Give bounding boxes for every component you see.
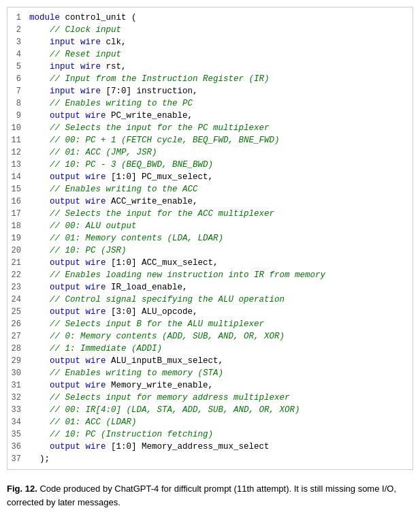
identifier-token [80, 442, 86, 452]
line-content: // Selects the input for the ACC multipl… [27, 208, 413, 220]
keyword-token: wire [86, 172, 106, 182]
identifier-token: control_unit ( [60, 13, 137, 22]
line-number: 34 [7, 416, 27, 428]
line-number: 24 [7, 294, 27, 306]
comment-token: // 0: Memory contents (ADD, SUB, AND, OR… [29, 332, 285, 341]
keyword-token: wire [86, 258, 106, 268]
line-number: 25 [7, 306, 27, 318]
identifier-token [29, 283, 50, 292]
comment-token: // Enables writing to memory (STA) [29, 368, 223, 378]
line-number: 7 [7, 85, 27, 97]
code-line: 10 // Selects the input for the PC multi… [7, 122, 413, 134]
comment-token: // 00: IR[4:0] (LDA, STA, ADD, SUB, AND,… [29, 405, 300, 415]
line-content: // Enables writing to the PC [27, 97, 413, 110]
line-number: 11 [7, 134, 27, 146]
code-line: 25 output wire [3:0] ALU_opcode, [7, 306, 413, 318]
line-content: // 10: PC (JSR) [27, 244, 413, 257]
keyword-token: wire [86, 307, 106, 317]
line-number: 31 [7, 379, 27, 392]
keyword-token: output [50, 197, 80, 206]
keyword-token: wire [86, 283, 106, 292]
keyword-token: output [50, 381, 80, 390]
code-line: 36 output wire [1:0] Memory_address_mux_… [7, 441, 413, 453]
identifier-token [29, 62, 50, 72]
line-number: 16 [7, 195, 27, 208]
line-content: // 01: ACC (LDAR) [27, 416, 413, 428]
caption-area: Fig. 12. Code produced by ChatGPT-4 for … [0, 477, 420, 516]
line-content: output wire ACC_write_enable, [27, 195, 413, 208]
code-container: 1module control_unit (2 // Clock input3 … [7, 7, 413, 470]
comment-token: // 1: Immediate (ADDI) [29, 344, 162, 353]
code-line: 2 // Clock input [7, 24, 413, 36]
identifier-token: [1:0] Memory_address_mux_select [106, 442, 270, 452]
keyword-token: wire [80, 62, 101, 72]
line-content: output wire PC_write_enable, [27, 110, 413, 122]
identifier-token: [3:0] ALU_opcode, [106, 307, 198, 317]
identifier-token [29, 86, 50, 96]
identifier-token [80, 258, 86, 268]
code-line: 27 // 0: Memory contents (ADD, SUB, AND,… [7, 330, 413, 343]
identifier-token: IR_load_enable, [106, 283, 188, 292]
identifier-token [80, 356, 86, 366]
code-line: 15 // Enables writing to the ACC [7, 183, 413, 195]
line-content: module control_unit ( [27, 12, 413, 24]
keyword-token: output [50, 172, 80, 182]
line-number: 14 [7, 171, 27, 183]
line-number: 29 [7, 355, 27, 367]
line-number: 28 [7, 343, 27, 355]
line-number: 30 [7, 367, 27, 379]
line-number: 22 [7, 269, 27, 281]
code-line: 35 // 10: PC (Instruction fetching) [7, 428, 413, 441]
identifier-token [29, 258, 50, 268]
keyword-token: input [50, 62, 76, 72]
identifier-token [76, 62, 81, 72]
code-line: 26 // Selects input B for the ALU multip… [7, 318, 413, 330]
keyword-token: input [50, 86, 76, 96]
code-line: 16 output wire ACC_write_enable, [7, 195, 413, 208]
comment-token: // 10: PC - 3 (BEQ_BWD, BNE_BWD) [29, 160, 213, 170]
keyword-token: input [50, 37, 76, 47]
identifier-token: [7:0] instruction, [101, 86, 198, 96]
line-content: // Selects input B for the ALU multiplex… [27, 318, 413, 330]
line-content: output wire [1:0] ACC_mux_select, [27, 257, 413, 269]
keyword-token: wire [86, 381, 106, 390]
code-line: 21 output wire [1:0] ACC_mux_select, [7, 257, 413, 269]
code-line: 32 // Selects input for memory address m… [7, 392, 413, 404]
identifier-token: PC_write_enable, [106, 111, 193, 121]
line-content: // 00: IR[4:0] (LDA, STA, ADD, SUB, AND,… [27, 404, 413, 416]
line-number: 3 [7, 36, 27, 48]
identifier-token: clk, [101, 37, 127, 47]
identifier-token: [1:0] PC_mux_select, [106, 172, 214, 182]
comment-token: // Selects input B for the ALU multiplex… [29, 319, 264, 329]
identifier-token [29, 197, 50, 206]
line-number: 17 [7, 208, 27, 220]
line-content: // Clock input [27, 24, 413, 36]
keyword-token: wire [80, 86, 101, 96]
code-line: 37 ); [7, 453, 413, 465]
identifier-token: Memory_write_enable, [106, 381, 214, 390]
comment-token: // Control signal specifying the ALU ope… [29, 295, 285, 304]
code-line: 4 // Reset input [7, 48, 413, 61]
code-line: 18 // 00: ALU output [7, 220, 413, 232]
code-line: 34 // 01: ACC (LDAR) [7, 416, 413, 428]
code-line: 5 input wire rst, [7, 61, 413, 73]
identifier-token [29, 37, 50, 47]
identifier-token [29, 381, 50, 390]
identifier-token: ALU_inputB_mux_select, [106, 356, 224, 366]
code-block: 1module control_unit (2 // Clock input3 … [7, 7, 413, 469]
code-line: 12 // 01: ACC (JMP, JSR) [7, 146, 413, 159]
line-number: 13 [7, 159, 27, 171]
identifier-token [29, 111, 50, 121]
code-line: 33 // 00: IR[4:0] (LDA, STA, ADD, SUB, A… [7, 404, 413, 416]
line-content: // Selects input for memory address mult… [27, 392, 413, 404]
line-number: 9 [7, 110, 27, 122]
comment-token: // Enables writing to the ACC [29, 185, 198, 194]
comment-token: // Reset input [29, 50, 121, 59]
code-line: 31 output wire Memory_write_enable, [7, 379, 413, 392]
line-content: // 01: Memory contents (LDA, LDAR) [27, 232, 413, 244]
line-content: // 00: ALU output [27, 220, 413, 232]
line-content: // Reset input [27, 48, 413, 61]
identifier-token [80, 197, 86, 206]
main-container: 1module control_unit (2 // Clock input3 … [0, 7, 420, 516]
keyword-token: output [50, 111, 80, 121]
